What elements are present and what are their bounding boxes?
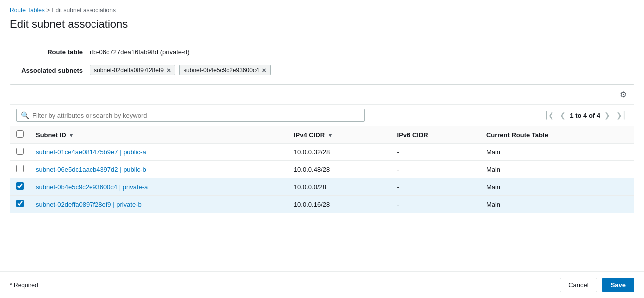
- col-header-ipv4-cidr: IPv4 CIDR ▾: [288, 126, 391, 144]
- row-checkbox-0[interactable]: [16, 148, 24, 155]
- subnet-id-link[interactable]: subnet-02deffa0897f28ef9 | private-b: [36, 201, 142, 208]
- ipv6-cidr-cell: -: [391, 161, 480, 178]
- associated-subnets-row: Associated subnets subnet-02deffa0897f28…: [10, 65, 634, 75]
- table-header: Subnet ID ▾ IPv4 CIDR ▾ IPv6 CIDR Curren…: [10, 126, 634, 144]
- ipv4-cidr-cell: 10.0.0.32/28: [288, 144, 391, 161]
- subnet-tag-remove-icon[interactable]: ×: [262, 67, 266, 74]
- route-table-label: Route table: [10, 48, 90, 56]
- pagination: ⎮❮ ❮ 1 to 4 of 4 ❯ ❯⎮: [543, 110, 628, 120]
- breadcrumb-parent-link[interactable]: Route Tables: [10, 7, 45, 14]
- subnets-table-container: ⚙ 🔍 ⎮❮ ❮ 1 to 4 of 4 ❯ ❯⎮: [10, 84, 634, 213]
- subnet-id-link[interactable]: subnet-0b4e5c9c2e93600c4 | private-a: [36, 183, 148, 191]
- sort-ipv4-icon[interactable]: ▾: [329, 132, 332, 138]
- subnet-tag: subnet-02deffa0897f28ef9×: [90, 65, 175, 75]
- ipv4-cidr-cell: 10.0.0.0/28: [288, 178, 391, 196]
- page-title: Edit subnet associations: [0, 18, 644, 38]
- current-route-table-cell: Main: [480, 144, 634, 161]
- table-row: subnet-01ce4ae081475b9e7 | public-a10.0.…: [10, 144, 634, 161]
- next-page-button[interactable]: ❯: [602, 110, 612, 120]
- ipv4-cidr-cell: 10.0.0.16/28: [288, 196, 391, 213]
- subnet-id-link[interactable]: subnet-01ce4ae081475b9e7 | public-a: [36, 149, 146, 156]
- col-header-route-table: Current Route Table: [480, 126, 634, 144]
- ipv6-cidr-cell: -: [391, 144, 480, 161]
- row-checkbox-1[interactable]: [16, 165, 24, 172]
- subnet-tag-remove-icon[interactable]: ×: [167, 67, 171, 74]
- cancel-button[interactable]: Cancel: [560, 278, 597, 292]
- table-row: subnet-06e5dc1aaeb4397d2 | public-b10.0.…: [10, 161, 634, 178]
- current-route-table-cell: Main: [480, 161, 634, 178]
- footer-actions: Cancel Save: [560, 278, 634, 292]
- ipv6-cidr-cell: -: [391, 196, 480, 213]
- sort-subnet-id-icon[interactable]: ▾: [70, 132, 73, 138]
- required-note: * Required: [10, 282, 38, 289]
- select-all-checkbox[interactable]: [16, 130, 24, 138]
- settings-button[interactable]: ⚙: [619, 89, 628, 100]
- subnets-table: Subnet ID ▾ IPv4 CIDR ▾ IPv6 CIDR Curren…: [10, 126, 634, 213]
- pagination-text: 1 to 4 of 4: [570, 112, 600, 119]
- breadcrumb-separator: >: [46, 7, 50, 14]
- breadcrumb-current: Edit subnet associations: [52, 7, 116, 14]
- current-route-table-cell: Main: [480, 196, 634, 213]
- first-page-button[interactable]: ⎮❮: [543, 110, 556, 120]
- subnet-tag: subnet-0b4e5c9c2e93600c4×: [179, 65, 271, 75]
- associated-subnets-label: Associated subnets: [10, 67, 90, 74]
- subnet-id-link[interactable]: subnet-06e5dc1aaeb4397d2 | public-b: [36, 166, 146, 173]
- row-checkbox-3[interactable]: [16, 200, 24, 207]
- col-header-ipv6-cidr: IPv6 CIDR: [391, 126, 480, 144]
- save-button[interactable]: Save: [602, 278, 634, 292]
- search-input[interactable]: [32, 112, 360, 119]
- filter-row: 🔍 ⎮❮ ❮ 1 to 4 of 4 ❯ ❯⎮: [10, 105, 634, 126]
- col-header-subnet-id: Subnet ID ▾: [30, 126, 288, 144]
- table-row: subnet-02deffa0897f28ef9 | private-b10.0…: [10, 196, 634, 213]
- route-table-row: Route table rtb-06c727dea16fab98d (priva…: [10, 48, 634, 56]
- table-toolbar: ⚙: [10, 85, 634, 105]
- route-table-value: rtb-06c727dea16fab98d (private-rt): [90, 48, 190, 56]
- row-checkbox-2[interactable]: [16, 182, 24, 190]
- footer-bar: * Required Cancel Save: [0, 271, 644, 298]
- ipv4-cidr-cell: 10.0.0.48/28: [288, 161, 391, 178]
- main-content: Route table rtb-06c727dea16fab98d (priva…: [0, 38, 644, 223]
- subnet-tags-container: subnet-02deffa0897f28ef9×subnet-0b4e5c9c…: [90, 65, 275, 75]
- ipv6-cidr-cell: -: [391, 178, 480, 196]
- breadcrumb: Route Tables > Edit subnet associations: [0, 0, 644, 18]
- current-route-table-cell: Main: [480, 178, 634, 196]
- filter-input-wrapper: 🔍: [16, 109, 365, 122]
- last-page-button[interactable]: ❯⎮: [614, 110, 628, 120]
- table-row: subnet-0b4e5c9c2e93600c4 | private-a10.0…: [10, 178, 634, 196]
- search-icon: 🔍: [21, 111, 29, 119]
- table-body: subnet-01ce4ae081475b9e7 | public-a10.0.…: [10, 144, 634, 213]
- prev-page-button[interactable]: ❮: [558, 110, 568, 120]
